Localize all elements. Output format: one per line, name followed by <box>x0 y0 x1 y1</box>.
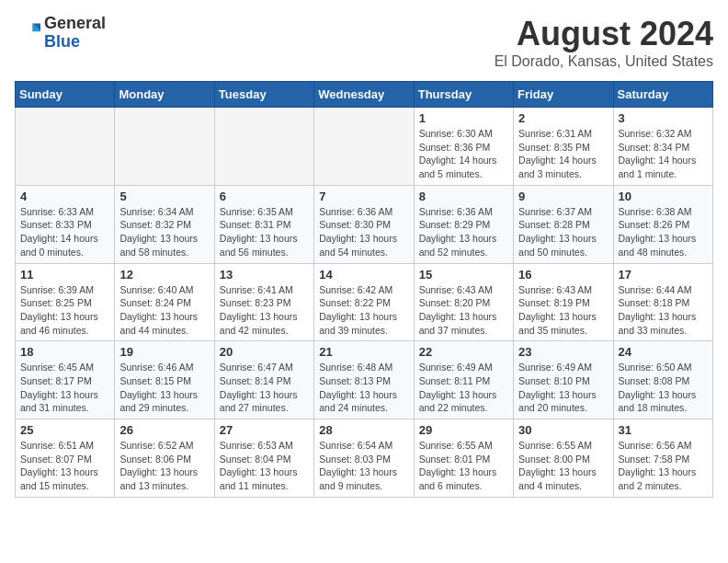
day-info: Sunrise: 6:36 AMSunset: 8:30 PMDaylight:… <box>319 205 408 259</box>
day-number: 24 <box>619 345 708 359</box>
day-cell <box>314 108 414 186</box>
day-number: 5 <box>119 190 209 203</box>
day-cell: 17Sunrise: 6:44 AMSunset: 8:18 PMDayligh… <box>613 263 712 341</box>
day-info: Sunrise: 6:45 AMSunset: 8:17 PMDaylight:… <box>20 361 109 415</box>
day-info: Sunrise: 6:52 AMSunset: 8:06 PMDaylight:… <box>119 439 209 493</box>
day-info: Sunrise: 6:35 AMSunset: 8:31 PMDaylight:… <box>220 205 309 259</box>
day-info: Sunrise: 6:48 AMSunset: 8:13 PMDaylight:… <box>319 361 408 415</box>
day-cell: 23Sunrise: 6:49 AMSunset: 8:10 PMDayligh… <box>514 341 613 419</box>
calendar-subtitle: El Dorado, Kansas, United States <box>495 53 713 70</box>
weekday-header-sunday: Sunday <box>16 82 115 108</box>
week-row-4: 18Sunrise: 6:45 AMSunset: 8:17 PMDayligh… <box>16 341 713 419</box>
day-info: Sunrise: 6:44 AMSunset: 8:18 PMDaylight:… <box>619 283 708 338</box>
day-number: 10 <box>619 190 708 203</box>
day-info: Sunrise: 6:34 AMSunset: 8:32 PMDaylight:… <box>119 205 209 259</box>
day-number: 26 <box>119 423 209 437</box>
day-info: Sunrise: 6:42 AMSunset: 8:22 PMDaylight:… <box>319 283 408 338</box>
day-info: Sunrise: 6:39 AMSunset: 8:25 PMDaylight:… <box>20 283 109 338</box>
weekday-header-friday: Friday <box>514 82 613 108</box>
day-info: Sunrise: 6:51 AMSunset: 8:07 PMDaylight:… <box>20 439 109 493</box>
day-info: Sunrise: 6:36 AMSunset: 8:29 PMDaylight:… <box>419 205 508 259</box>
day-cell: 28Sunrise: 6:54 AMSunset: 8:03 PMDayligh… <box>314 419 414 498</box>
day-info: Sunrise: 6:43 AMSunset: 8:20 PMDaylight:… <box>419 283 508 338</box>
day-cell: 15Sunrise: 6:43 AMSunset: 8:20 PMDayligh… <box>414 263 513 341</box>
day-cell <box>115 108 214 186</box>
day-info: Sunrise: 6:46 AMSunset: 8:15 PMDaylight:… <box>119 361 209 415</box>
day-info: Sunrise: 6:50 AMSunset: 8:08 PMDaylight:… <box>619 361 708 415</box>
day-number: 7 <box>319 190 408 203</box>
day-cell: 8Sunrise: 6:36 AMSunset: 8:29 PMDaylight… <box>414 185 513 263</box>
day-number: 18 <box>20 345 109 359</box>
day-number: 25 <box>20 423 109 437</box>
logo: General Blue <box>15 15 106 52</box>
day-number: 15 <box>419 268 508 282</box>
day-cell: 24Sunrise: 6:50 AMSunset: 8:08 PMDayligh… <box>613 341 712 419</box>
day-number: 3 <box>619 111 708 125</box>
day-cell: 20Sunrise: 6:47 AMSunset: 8:14 PMDayligh… <box>214 341 313 419</box>
day-cell: 16Sunrise: 6:43 AMSunset: 8:19 PMDayligh… <box>514 263 613 341</box>
day-cell <box>214 108 313 186</box>
day-number: 6 <box>220 190 309 203</box>
day-cell: 31Sunrise: 6:56 AMSunset: 7:58 PMDayligh… <box>613 419 712 498</box>
day-number: 22 <box>419 345 508 359</box>
day-number: 4 <box>20 190 109 203</box>
logo-icon <box>15 20 40 46</box>
day-info: Sunrise: 6:49 AMSunset: 8:10 PMDaylight:… <box>518 361 608 415</box>
day-number: 2 <box>518 111 608 125</box>
day-number: 16 <box>518 268 608 282</box>
day-number: 14 <box>319 268 408 282</box>
day-info: Sunrise: 6:31 AMSunset: 8:35 PMDaylight:… <box>518 127 608 181</box>
day-number: 13 <box>220 268 309 282</box>
day-number: 29 <box>419 423 508 437</box>
day-cell: 11Sunrise: 6:39 AMSunset: 8:25 PMDayligh… <box>16 263 115 341</box>
day-info: Sunrise: 6:56 AMSunset: 7:58 PMDaylight:… <box>619 439 708 493</box>
week-row-1: 1Sunrise: 6:30 AMSunset: 8:36 PMDaylight… <box>16 108 713 186</box>
day-cell: 10Sunrise: 6:38 AMSunset: 8:26 PMDayligh… <box>613 185 712 263</box>
day-cell: 29Sunrise: 6:55 AMSunset: 8:01 PMDayligh… <box>414 419 513 498</box>
day-cell: 4Sunrise: 6:33 AMSunset: 8:33 PMDaylight… <box>16 185 115 263</box>
day-number: 17 <box>619 268 708 282</box>
day-cell: 12Sunrise: 6:40 AMSunset: 8:24 PMDayligh… <box>115 263 214 341</box>
day-info: Sunrise: 6:53 AMSunset: 8:04 PMDaylight:… <box>220 439 309 493</box>
week-row-5: 25Sunrise: 6:51 AMSunset: 8:07 PMDayligh… <box>16 419 713 498</box>
day-info: Sunrise: 6:38 AMSunset: 8:26 PMDaylight:… <box>619 205 708 259</box>
header: General Blue August 2024 El Dorado, Kans… <box>15 15 713 70</box>
weekday-header-tuesday: Tuesday <box>214 82 313 108</box>
day-info: Sunrise: 6:43 AMSunset: 8:19 PMDaylight:… <box>518 283 608 338</box>
calendar-header: SundayMondayTuesdayWednesdayThursdayFrid… <box>16 82 713 108</box>
day-number: 31 <box>619 423 708 437</box>
day-cell: 26Sunrise: 6:52 AMSunset: 8:06 PMDayligh… <box>115 419 214 498</box>
day-info: Sunrise: 6:54 AMSunset: 8:03 PMDaylight:… <box>319 439 408 493</box>
day-cell: 30Sunrise: 6:55 AMSunset: 8:00 PMDayligh… <box>514 419 613 498</box>
day-cell: 21Sunrise: 6:48 AMSunset: 8:13 PMDayligh… <box>314 341 414 419</box>
day-cell: 9Sunrise: 6:37 AMSunset: 8:28 PMDaylight… <box>514 185 613 263</box>
day-number: 11 <box>20 268 109 282</box>
week-row-2: 4Sunrise: 6:33 AMSunset: 8:33 PMDaylight… <box>16 185 713 263</box>
day-number: 27 <box>220 423 309 437</box>
day-cell: 13Sunrise: 6:41 AMSunset: 8:23 PMDayligh… <box>214 263 313 341</box>
day-cell: 19Sunrise: 6:46 AMSunset: 8:15 PMDayligh… <box>115 341 214 419</box>
day-info: Sunrise: 6:41 AMSunset: 8:23 PMDaylight:… <box>220 283 309 338</box>
day-number: 12 <box>119 268 209 282</box>
day-cell: 18Sunrise: 6:45 AMSunset: 8:17 PMDayligh… <box>16 341 115 419</box>
title-area: August 2024 El Dorado, Kansas, United St… <box>495 15 713 70</box>
day-number: 28 <box>319 423 408 437</box>
day-number: 21 <box>319 345 408 359</box>
day-number: 23 <box>518 345 608 359</box>
day-info: Sunrise: 6:30 AMSunset: 8:36 PMDaylight:… <box>419 127 508 181</box>
day-info: Sunrise: 6:47 AMSunset: 8:14 PMDaylight:… <box>220 361 309 415</box>
day-number: 9 <box>518 190 608 203</box>
day-info: Sunrise: 6:49 AMSunset: 8:11 PMDaylight:… <box>419 361 508 415</box>
week-row-3: 11Sunrise: 6:39 AMSunset: 8:25 PMDayligh… <box>16 263 713 341</box>
day-cell <box>16 108 115 186</box>
day-info: Sunrise: 6:37 AMSunset: 8:28 PMDaylight:… <box>518 205 608 259</box>
day-cell: 22Sunrise: 6:49 AMSunset: 8:11 PMDayligh… <box>414 341 513 419</box>
day-cell: 7Sunrise: 6:36 AMSunset: 8:30 PMDaylight… <box>314 185 414 263</box>
day-info: Sunrise: 6:40 AMSunset: 8:24 PMDaylight:… <box>119 283 209 338</box>
day-cell: 25Sunrise: 6:51 AMSunset: 8:07 PMDayligh… <box>16 419 115 498</box>
day-info: Sunrise: 6:33 AMSunset: 8:33 PMDaylight:… <box>20 205 109 259</box>
day-cell: 1Sunrise: 6:30 AMSunset: 8:36 PMDaylight… <box>414 108 513 186</box>
day-info: Sunrise: 6:55 AMSunset: 8:00 PMDaylight:… <box>518 439 608 493</box>
day-cell: 14Sunrise: 6:42 AMSunset: 8:22 PMDayligh… <box>314 263 414 341</box>
day-number: 19 <box>119 345 209 359</box>
